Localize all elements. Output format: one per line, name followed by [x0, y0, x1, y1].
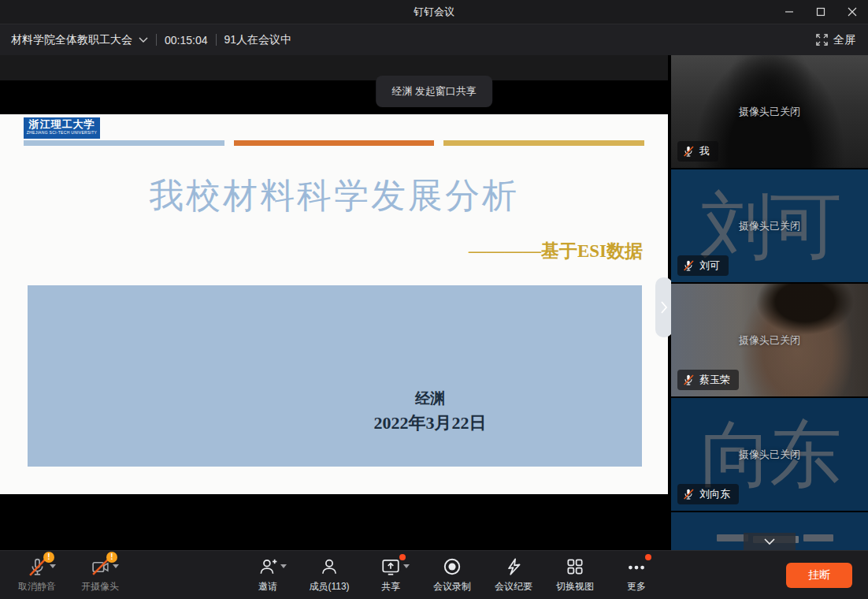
- university-logo: 浙江理工大学 ZHEJIANG SCI-TECH UNIVERSITY: [24, 117, 100, 139]
- minutes-button[interactable]: 会议纪要: [483, 556, 544, 593]
- mic-muted-icon: [682, 259, 695, 272]
- bottom-toolbar: ! 取消静音 ! 开摄像头: [0, 550, 868, 599]
- window-controls: [773, 0, 868, 24]
- switch-view-label: 切换视图: [556, 580, 594, 593]
- more-label: 更多: [627, 580, 646, 593]
- hangup-button[interactable]: 挂断: [786, 563, 852, 588]
- close-button[interactable]: [836, 0, 868, 24]
- camera-off-text: 摄像头已关闭: [671, 105, 868, 119]
- meeting-title: 材料学院全体教职工大会: [11, 33, 132, 47]
- slide-date: 2022年3月22日: [328, 411, 531, 435]
- participants-sidebar: 摄像头已关闭 我 刘可 摄像头已关闭: [671, 55, 868, 550]
- participant-tile-liuxiangdong[interactable]: 向东 摄像头已关闭 刘向东: [671, 398, 868, 511]
- mic-muted-icon: [682, 145, 695, 158]
- participant-tile-liuke[interactable]: 刘可 摄像头已关闭 刘可: [671, 169, 868, 282]
- share-label: 共享: [381, 580, 400, 593]
- minutes-label: 会议纪要: [495, 580, 532, 593]
- participant-name: 蔡玉荣: [699, 373, 730, 387]
- participant-count: 91人在会议中: [224, 33, 292, 47]
- maximize-button[interactable]: [805, 0, 836, 24]
- stage-top-strip: [0, 55, 668, 80]
- participant-name-pill: 蔡玉荣: [677, 370, 739, 390]
- slide-author: 经渊: [328, 389, 531, 409]
- camera-off-text: 摄像头已关闭: [671, 448, 868, 462]
- camera-off-text: 摄像头已关闭: [671, 333, 868, 348]
- dingtalk-meeting-window: 钉钉会议 材料学院全体教职工大会 00:15:04 91人在会议中: [0, 0, 868, 599]
- logo-cn-text: 浙江理工大学: [24, 119, 100, 130]
- meeting-title-dropdown[interactable]: 材料学院全体教职工大会: [11, 33, 148, 47]
- unmute-label: 取消静音: [18, 580, 56, 593]
- caret-down-icon[interactable]: [113, 564, 119, 568]
- slide-title: 我校材料科学发展分析: [0, 173, 668, 219]
- record-button[interactable]: 会议录制: [421, 556, 483, 593]
- participant-name: 刘可: [699, 259, 720, 273]
- close-icon: [848, 7, 857, 17]
- warning-badge: !: [106, 552, 117, 563]
- caret-down-icon[interactable]: [280, 564, 287, 568]
- minimize-icon: [785, 7, 794, 17]
- participant-tile-caiyurong[interactable]: 摄像头已关闭 蔡玉荣: [671, 284, 868, 396]
- chevron-down-icon: [139, 37, 148, 43]
- slide-subtitle: ————基于ESI数据: [469, 239, 643, 263]
- divider: [156, 34, 157, 46]
- invite-button[interactable]: 邀请: [237, 556, 299, 593]
- slide-accent-bars: [24, 140, 644, 146]
- participant-name: 我: [699, 144, 710, 158]
- accent-bar-gold: [443, 140, 644, 146]
- more-button[interactable]: 更多: [606, 556, 667, 593]
- presentation-slide: 浙江理工大学 ZHEJIANG SCI-TECH UNIVERSITY 我校材料…: [0, 114, 668, 494]
- camera-muted-icon: !: [87, 556, 113, 578]
- participant-name-pill: 刘可: [677, 255, 729, 276]
- fullscreen-button[interactable]: 全屏: [816, 33, 855, 47]
- warning-badge: !: [43, 552, 54, 563]
- slide-next-handle[interactable]: [655, 277, 673, 337]
- members-button[interactable]: 成员(113): [299, 556, 360, 593]
- meeting-info-bar: 材料学院全体教职工大会 00:15:04 91人在会议中 全屏: [0, 24, 868, 55]
- slide-author-block: 经渊 2022年3月22日: [328, 389, 531, 435]
- mic-muted-icon: [682, 374, 695, 386]
- camera-on-label: 开摄像头: [81, 580, 119, 593]
- accent-bar-blue: [24, 140, 224, 146]
- camera-off-text: 摄像头已关闭: [671, 219, 868, 233]
- shared-screen-stage: 浙江理工大学 ZHEJIANG SCI-TECH UNIVERSITY 我校材料…: [0, 55, 668, 550]
- meeting-timer: 00:15:04: [165, 34, 208, 47]
- more-dots-icon: [623, 556, 650, 578]
- chevron-right-icon: [660, 300, 668, 314]
- accent-bar-orange: [234, 140, 435, 146]
- participant-name-pill: 刘向东: [677, 484, 739, 504]
- switch-view-button[interactable]: 切换视图: [544, 556, 606, 593]
- divider: [216, 34, 217, 46]
- flash-minutes-icon: [500, 556, 527, 578]
- fullscreen-label: 全屏: [833, 33, 855, 47]
- chevron-down-icon: [764, 538, 775, 545]
- minimize-button[interactable]: [773, 0, 805, 24]
- window-titlebar: 钉钉会议: [0, 0, 868, 24]
- maximize-icon: [816, 7, 825, 17]
- participant-name: 刘向东: [699, 487, 730, 501]
- window-title: 钉钉会议: [414, 5, 454, 19]
- record-label: 会议录制: [433, 580, 471, 593]
- mic-muted-icon: [682, 488, 695, 500]
- meeting-info-left: 材料学院全体教职工大会 00:15:04 91人在会议中: [0, 33, 291, 47]
- members-label: 成员(113): [309, 580, 349, 593]
- members-icon: [316, 556, 343, 578]
- mic-muted-icon: !: [24, 556, 50, 578]
- unmute-button[interactable]: ! 取消静音: [6, 556, 68, 593]
- caret-down-icon[interactable]: [403, 564, 410, 568]
- camera-on-button[interactable]: ! 开摄像头: [69, 556, 131, 593]
- share-button[interactable]: 共享: [360, 556, 421, 593]
- participant-tile-me[interactable]: 摄像头已关闭 我: [671, 55, 868, 168]
- invite-icon: [254, 556, 281, 578]
- fullscreen-icon: [816, 34, 828, 46]
- partial-watermark-mark: [803, 534, 833, 541]
- notification-dot: [645, 554, 651, 560]
- logo-en-text: ZHEJIANG SCI-TECH UNIVERSITY: [24, 130, 100, 135]
- grid-view-icon: [562, 556, 588, 578]
- slide-content-box: 经渊 2022年3月22日: [28, 285, 642, 467]
- notification-dot: [399, 554, 406, 560]
- share-screen-icon: [377, 556, 404, 578]
- invite-label: 邀请: [258, 580, 277, 593]
- sidebar-collapse-button[interactable]: [744, 533, 796, 550]
- record-icon: [439, 556, 466, 578]
- caret-down-icon[interactable]: [50, 564, 56, 568]
